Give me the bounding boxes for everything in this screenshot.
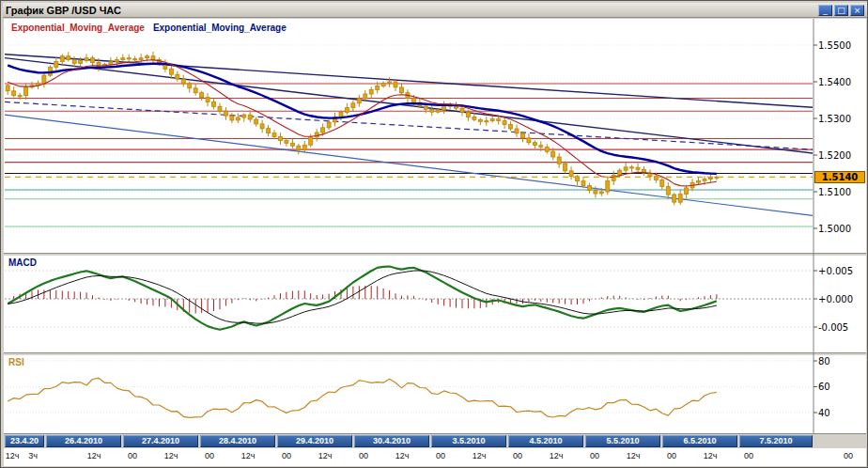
date-label: 5.5.2010: [585, 435, 660, 447]
macd-tick-label: -0.005: [818, 322, 848, 333]
ema-slow-line: [8, 64, 717, 174]
date-label: 4.5.2010: [508, 435, 583, 447]
chart-window: График GBP /USD ЧАС _ □ × 1.55001.54001.…: [0, 0, 868, 468]
trendline: [5, 101, 813, 149]
macd-pane: [5, 267, 813, 330]
rsi-pane: [5, 361, 813, 417]
hour-label: 12ч: [164, 451, 178, 460]
chart-client-area: 1.55001.54001.53001.52001.51001.5000+0.0…: [4, 19, 866, 466]
macd-line: [8, 267, 717, 330]
indicator-legend: Exponential_Moving_AverageExponential_Mo…: [11, 23, 287, 33]
maximize-button[interactable]: □: [834, 5, 848, 16]
hour-label: 12ч: [395, 451, 410, 460]
date-label: 30.4.2010: [354, 435, 429, 447]
hour-label: 12ч: [6, 451, 20, 460]
current-price-badge: 1.5140: [814, 171, 865, 183]
close-button[interactable]: ×: [850, 5, 864, 16]
rsi-line: [8, 378, 717, 417]
hour-label: 12ч: [704, 451, 718, 460]
hour-label: 12ч: [318, 451, 333, 460]
hour-label: 00: [667, 451, 676, 460]
macd-tick-label: +0.000: [818, 294, 853, 304]
price-tick-label: 1.5500: [818, 40, 851, 51]
date-label: 23.4.20: [5, 435, 44, 447]
minimize-button[interactable]: _: [818, 5, 832, 16]
price-tick-label: 1.5000: [818, 224, 851, 234]
date-label: 7.5.2010: [739, 435, 813, 447]
hour-label: 00: [282, 451, 291, 460]
hour-axis: 12ч3ч12ч0012ч0012ч0012ч0012ч0012ч0012ч00…: [4, 448, 866, 464]
rsi-tick-label: 80: [818, 356, 830, 367]
rsi-pane-label: RSI: [8, 357, 24, 367]
hour-label: 12ч: [87, 451, 101, 460]
hour-label: 12ч: [241, 451, 256, 460]
price-tick-label: 1.5300: [818, 114, 851, 124]
window-title: График GBP /USD ЧАС: [6, 5, 121, 16]
hour-label: 3ч: [28, 451, 38, 460]
chart-canvas[interactable]: 1.55001.54001.53001.52001.51001.5000+0.0…: [4, 19, 866, 466]
date-label: 28.4.2010: [200, 435, 275, 447]
date-label: 26.4.2010: [46, 435, 121, 447]
date-label: 3.5.2010: [431, 435, 506, 447]
hour-label: 00: [744, 451, 753, 460]
ema-legend-slow: Exponential_Moving_Average: [153, 23, 287, 33]
window-controls: _ □ ×: [818, 5, 864, 16]
hour-label: 00: [844, 451, 853, 460]
date-label: 29.4.2010: [277, 435, 352, 447]
title-bar[interactable]: График GBP /USD ЧАС _ □ ×: [3, 3, 867, 18]
date-label: 27.4.2010: [123, 435, 198, 447]
hour-label: 00: [436, 451, 445, 460]
price-tick-label: 1.5200: [818, 150, 851, 161]
trendline: [5, 115, 813, 215]
price-tick-label: 1.5400: [818, 77, 851, 87]
date-label: 6.5.2010: [662, 435, 737, 447]
price-scale: 1.55001.54001.53001.52001.51001.5000+0.0…: [814, 40, 853, 418]
macd-pane-label: MACD: [8, 257, 37, 268]
hour-label: 12ч: [627, 451, 641, 460]
price-pane: [5, 45, 813, 228]
date-axis: 23.4.2026.4.201027.4.201028.4.201029.4.2…: [4, 433, 866, 448]
hour-label: 00: [359, 451, 368, 460]
rsi-tick-label: 40: [818, 408, 830, 418]
hour-label: 00: [590, 451, 599, 460]
macd-tick-label: +0.005: [818, 266, 853, 276]
ema-legend-fast: Exponential_Moving_Average: [11, 23, 145, 33]
price-tick-label: 1.5100: [818, 187, 851, 197]
rsi-tick-label: 60: [818, 382, 830, 392]
hour-label: 12ч: [473, 451, 487, 460]
hour-label: 00: [513, 451, 522, 460]
hour-label: 12ч: [550, 451, 564, 460]
hour-label: 00: [128, 451, 137, 460]
hour-label: 00: [205, 451, 214, 460]
